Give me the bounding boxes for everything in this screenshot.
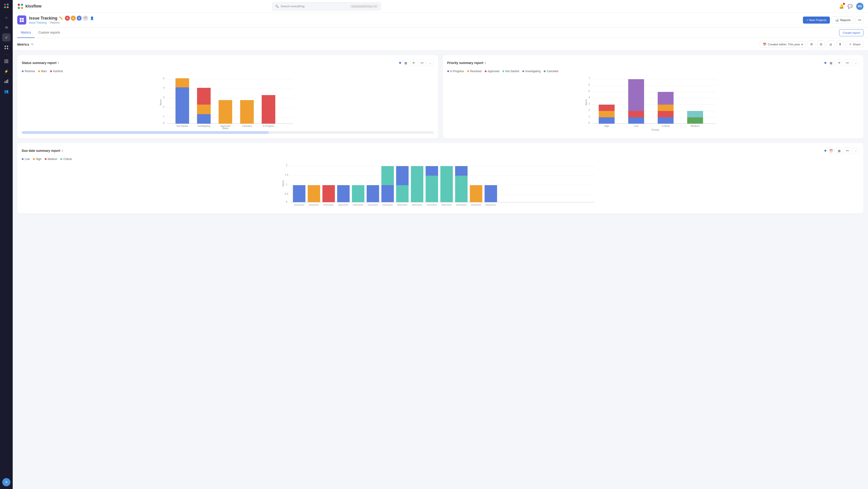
created-within-filter[interactable]: 📅 Created within This year ▾ bbox=[760, 41, 806, 48]
filter-button[interactable]: ⚙ bbox=[808, 40, 815, 48]
more-button[interactable]: ••• bbox=[856, 16, 864, 24]
priority-info-icon[interactable]: ℹ bbox=[485, 61, 486, 65]
breadcrumb-project[interactable]: Issue Tracking bbox=[29, 21, 46, 24]
sidebar-item-inbox[interactable]: ✉ bbox=[2, 23, 10, 32]
svg-text:0: 0 bbox=[588, 121, 590, 124]
sidebar-item-lightning[interactable]: ⚡ bbox=[2, 67, 10, 75]
reports-content: Status summary report ℹ ▦ 👁 ••• → bbox=[13, 51, 868, 489]
priority-bar-chart-btn[interactable]: ▦ bbox=[828, 60, 834, 66]
sidebar-bottom: + bbox=[2, 478, 10, 486]
priority-title-text: Priority summary report bbox=[447, 61, 484, 65]
status-chart-area: 5 4 3 2 1 0 Items bbox=[22, 75, 434, 134]
download-button[interactable]: ⬇ bbox=[836, 40, 844, 48]
sidebar-divider bbox=[3, 54, 10, 55]
svg-rect-91 bbox=[367, 185, 379, 202]
bar-med-can bbox=[687, 117, 703, 124]
status-view-btn[interactable]: 👁 bbox=[410, 60, 417, 66]
member-avatar-s: S bbox=[77, 16, 82, 21]
svg-text:6: 6 bbox=[588, 83, 590, 86]
priority-more-btn[interactable]: ••• bbox=[844, 60, 851, 66]
due-date-info-icon[interactable]: ℹ bbox=[62, 149, 63, 152]
legend-label-critical: Critical bbox=[63, 157, 72, 161]
legend-dot-resolved bbox=[467, 70, 469, 72]
sidebar-item-analytics[interactable] bbox=[2, 77, 10, 85]
legend-dot-medium bbox=[45, 158, 46, 160]
svg-text:07/01/2022: 07/01/2022 bbox=[427, 204, 437, 206]
bar-app-marc bbox=[219, 100, 232, 124]
priority-expand-btn[interactable]: → bbox=[852, 60, 859, 66]
svg-text:4: 4 bbox=[163, 87, 164, 89]
status-expand-btn[interactable]: → bbox=[427, 60, 434, 66]
sidebar-item-home[interactable]: ⌂ bbox=[2, 13, 10, 22]
project-title: Issue Tracking bbox=[29, 16, 57, 21]
svg-rect-17 bbox=[7, 62, 8, 63]
create-report-button[interactable]: Create report bbox=[839, 29, 864, 36]
people-icon[interactable]: 👤 bbox=[90, 16, 94, 20]
svg-text:Not Started: Not Started bbox=[177, 125, 188, 127]
svg-rect-16 bbox=[6, 62, 7, 63]
sidebar-item-apps[interactable] bbox=[2, 43, 10, 52]
tab-metrics[interactable]: Metrics bbox=[17, 27, 35, 38]
svg-text:Investigating: Investigating bbox=[197, 125, 210, 127]
svg-rect-89 bbox=[352, 185, 365, 202]
sidebar-item-tasks[interactable]: ✓ bbox=[2, 33, 10, 41]
due-date-bar-chart-btn[interactable]: ▦ bbox=[836, 148, 843, 154]
status-more-btn[interactable]: ••• bbox=[419, 60, 426, 66]
share-button[interactable]: ↗ Share bbox=[846, 41, 864, 48]
bar-low-ip bbox=[628, 117, 644, 124]
svg-text:High: High bbox=[604, 125, 609, 127]
copy-button[interactable]: ⧉ bbox=[817, 40, 825, 48]
legend-low: Low bbox=[22, 157, 30, 161]
svg-text:04/01/2022: 04/01/2022 bbox=[471, 204, 481, 206]
svg-rect-83 bbox=[308, 185, 320, 202]
notification-bell[interactable]: 🔔 bbox=[839, 4, 844, 9]
status-chart-svg: 5 4 3 2 1 0 Items bbox=[22, 75, 434, 129]
svg-rect-104 bbox=[440, 166, 453, 202]
new-projects-button[interactable]: + New Projects bbox=[803, 17, 830, 24]
edit-icon[interactable]: ✏️ bbox=[59, 16, 63, 20]
metrics-bar: Metrics ↻ 📅 Created within This year ▾ ⚙… bbox=[13, 38, 868, 51]
due-date-expand-btn[interactable]: → bbox=[852, 148, 859, 154]
status-bar-chart-btn[interactable]: ▦ bbox=[402, 60, 409, 66]
search-placeholder: Search everything bbox=[281, 4, 304, 8]
legend-label-reshma: Reshma bbox=[25, 70, 35, 73]
svg-rect-101 bbox=[426, 176, 438, 202]
legend-not-started: Not Started bbox=[502, 70, 519, 73]
svg-rect-27 bbox=[20, 20, 22, 22]
legend-label-investigating: Investigating bbox=[525, 70, 540, 73]
status-info-icon[interactable]: ℹ bbox=[58, 61, 59, 65]
due-date-more-btn[interactable]: ••• bbox=[844, 148, 851, 154]
legend-resolved: Resolved bbox=[467, 70, 482, 73]
due-date-card-title: Due date summary report ℹ bbox=[22, 149, 63, 152]
chart-scrollbar[interactable] bbox=[22, 131, 434, 134]
legend-dot-critical bbox=[60, 158, 62, 160]
legend-dot-approved bbox=[485, 70, 487, 72]
svg-rect-97 bbox=[396, 166, 409, 185]
svg-text:Items: Items bbox=[282, 180, 284, 186]
sidebar-add-button[interactable]: + bbox=[2, 478, 10, 486]
help-icon[interactable]: 💬 bbox=[847, 4, 852, 9]
legend-approved: Approved bbox=[485, 70, 499, 73]
print-button[interactable]: 🖨 bbox=[827, 40, 834, 48]
reports-label: Reports bbox=[840, 19, 850, 22]
svg-text:1: 1 bbox=[286, 183, 287, 186]
reports-button[interactable]: 📊 Reports bbox=[832, 16, 854, 24]
status-chart-legend: Reshma Marc Karthick bbox=[22, 70, 434, 73]
svg-text:2: 2 bbox=[286, 164, 287, 166]
refresh-icon[interactable]: ↻ bbox=[31, 43, 34, 46]
svg-text:04/01/2022: 04/01/2022 bbox=[382, 204, 393, 206]
search-bar[interactable]: 🔍 Search everything Command/Ctrl key + E bbox=[272, 2, 381, 10]
priority-view-btn[interactable]: 👁 bbox=[836, 60, 843, 66]
sidebar-item-grid[interactable] bbox=[2, 57, 10, 65]
svg-rect-19 bbox=[6, 80, 7, 83]
bar-high-ip bbox=[598, 117, 614, 124]
svg-rect-5 bbox=[4, 45, 6, 47]
due-date-clock-btn[interactable]: ⏰ bbox=[828, 148, 834, 154]
member-avatars: R A S +2 bbox=[65, 16, 88, 21]
tab-custom-reports[interactable]: Custom reports bbox=[35, 27, 64, 38]
user-avatar[interactable]: MS bbox=[856, 3, 864, 10]
due-date-chart-svg: 2 1.5 1 0.5 0 Items 01/01/2022 bbox=[22, 163, 859, 208]
chart-scrollbar-thumb[interactable] bbox=[22, 131, 269, 134]
sidebar-item-people[interactable]: 👥 bbox=[2, 87, 10, 95]
legend-dot-high bbox=[33, 158, 35, 160]
